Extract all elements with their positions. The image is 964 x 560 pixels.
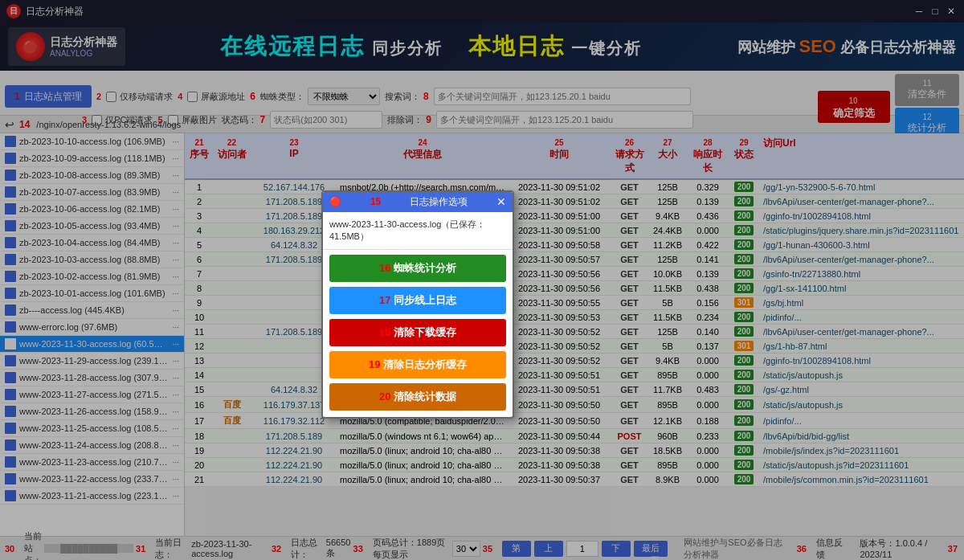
spider-stats-button[interactable]: 16 蜘蛛统计分析 [329, 255, 506, 282]
dialog-file-name: www-2023-11-30-access.log（已保存：41.5MB） [329, 219, 485, 241]
spider-stats-label: 蜘蛛统计分析 [394, 262, 456, 274]
clear-analysis-label: 清除日志分析缓存 [383, 358, 467, 370]
dialog-file-info: www-2023-11-30-access.log（已保存：41.5MB） [323, 212, 513, 250]
clear-stats-num: 20 [379, 390, 390, 403]
clear-stats-button[interactable]: 20 清除统计数据 [329, 383, 506, 411]
spider-stats-num: 16 [379, 262, 390, 274]
clear-stats-label: 清除统计数据 [394, 390, 456, 403]
sync-log-label: 同步线上日志 [394, 294, 456, 306]
dialog-title-bar: 🔴 15 日志操作选项 ✕ [323, 192, 513, 212]
clear-cache-label: 清除下载缓存 [394, 326, 456, 338]
sync-log-button[interactable]: 17 同步线上日志 [329, 287, 506, 314]
clear-analysis-num: 19 [369, 358, 380, 370]
dialog-title-text: 日志操作选项 [410, 195, 468, 209]
sync-log-num: 17 [379, 294, 390, 306]
clear-download-cache-button[interactable]: 18 清除下载缓存 [329, 319, 506, 346]
dialog-close-button[interactable]: ✕ [496, 195, 506, 208]
file-operations-dialog: 🔴 15 日志操作选项 ✕ www-2023-11-30-access.log（… [321, 190, 514, 419]
dialog-title-num: 15 [370, 196, 381, 207]
clear-analysis-cache-button[interactable]: 19 清除日志分析缓存 [329, 351, 506, 378]
dialog-overlay[interactable]: 🔴 15 日志操作选项 ✕ www-2023-11-30-access.log（… [0, 0, 964, 560]
clear-cache-num: 18 [379, 326, 390, 338]
dialog-title-icon: 🔴 [329, 196, 341, 207]
